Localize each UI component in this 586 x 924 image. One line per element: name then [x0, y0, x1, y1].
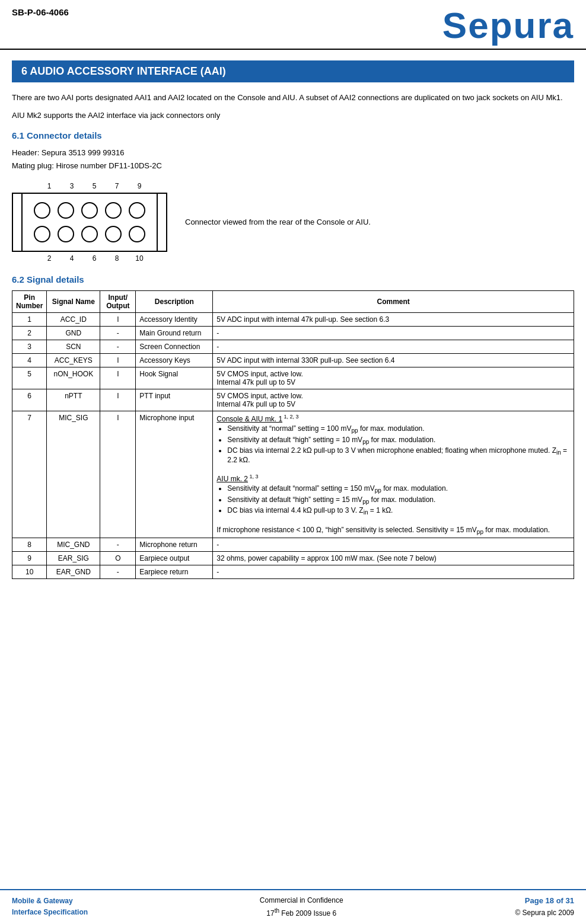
signal-name: nPTT [47, 389, 100, 411]
description: Microphone input [136, 411, 213, 538]
footer-left-line2: Interface Specification [12, 907, 88, 918]
table-row: 5 nON_HOOK I Hook Signal 5V CMOS input, … [12, 367, 574, 389]
footer-left: Mobile & Gateway Interface Specification [12, 896, 88, 918]
col-header-signal: Signal Name [47, 291, 100, 313]
connector-info: Header: Sepura 3513 999 99316 Mating plu… [12, 146, 574, 172]
footer-right: Page 18 of 31 © Sepura plc 2009 [515, 895, 574, 919]
comment: - [213, 340, 574, 354]
description: Accessory Keys [136, 354, 213, 367]
pin-label-top-3: 3 [64, 182, 79, 190]
footer-date: 17th Feb 2009 Issue 6 [260, 906, 343, 919]
pin-num: 10 [12, 565, 47, 578]
pin-num: 5 [12, 367, 47, 389]
intro-para1: There are two AAI ports designated AAI1 … [12, 92, 574, 104]
header-label: Header: Sepura 3513 999 99316 [12, 146, 574, 159]
signal-name: ACC_KEYS [47, 354, 100, 367]
comment: - [213, 327, 574, 340]
pin-label-top-7: 7 [109, 182, 125, 190]
page-header: SB-P-06-4066 Sepura [0, 0, 586, 50]
col-header-comment: Comment [213, 291, 574, 313]
io-val: I [100, 367, 136, 389]
table-row: 9 EAR_SIG O Earpiece output 32 ohms, pow… [12, 551, 574, 565]
footer-page: Page 18 of 31 [515, 895, 574, 907]
brand-name: Sepura [442, 7, 574, 44]
superscript-1: 1, 2, 3 [282, 414, 299, 420]
pin-circle-6 [81, 226, 98, 242]
comment: - [213, 565, 574, 578]
footer-left-line1: Mobile & Gateway [12, 896, 88, 907]
mic-bullet-2: Sensitivity at default “high” setting = … [227, 436, 570, 445]
io-val: I [100, 354, 136, 367]
section-title: 6 AUDIO ACCESSORY INTERFACE (AAI) [21, 65, 226, 77]
comment: - [213, 538, 574, 551]
footer-center: Commercial in Confidence 17th Feb 2009 I… [260, 895, 343, 919]
pin-circle-4 [58, 226, 74, 242]
console-aiu-label: Console & AIU mk. 1 [216, 415, 282, 423]
signal-name: MIC_GND [47, 538, 100, 551]
description: Accessory Identity [136, 313, 213, 327]
mic-bullet-4: Sensitivity at default “normal” setting … [227, 484, 570, 494]
signal-name: ACC_ID [47, 313, 100, 327]
footer-confidential: Commercial in Confidence [260, 895, 343, 906]
pin-label-top-5: 5 [87, 182, 102, 190]
signal-table: PinNumber Signal Name Input/Output Descr… [12, 290, 574, 579]
signal-name: SCN [47, 340, 100, 354]
col-header-desc: Description [136, 291, 213, 313]
table-row: 7 MIC_SIG I Microphone input Console & A… [12, 411, 574, 538]
pin-num: 8 [12, 538, 47, 551]
mic-bullet-5: Sensitivity at default “high” setting = … [227, 495, 570, 505]
table-row: 2 GND - Main Ground return - [12, 327, 574, 340]
mic-bullet-3: DC bias via internal 2.2 kΩ pull-up to 3… [227, 446, 570, 464]
pin-label-bot-4: 4 [64, 254, 79, 263]
table-row: 3 SCN - Screen Connection - [12, 340, 574, 354]
main-content: There are two AAI ports designated AAI1 … [0, 92, 586, 579]
pin-circle-3 [58, 202, 74, 219]
pin-num: 2 [12, 327, 47, 340]
pin-label-top-9: 9 [132, 182, 147, 190]
description: Earpiece return [136, 565, 213, 578]
signal-name: GND [47, 327, 100, 340]
mic-sig-comment: Console & AIU mk. 1 1, 2, 3 Sensitivity … [213, 411, 574, 538]
comment: 5V ADC input with internal 330R pull-up.… [213, 354, 574, 367]
pin-num: 7 [12, 411, 47, 538]
pin-num: 4 [12, 354, 47, 367]
signal-name: EAR_GND [47, 565, 100, 578]
signal-name: nON_HOOK [47, 367, 100, 389]
footer-copyright: © Sepura plc 2009 [515, 907, 574, 919]
col-header-pin: PinNumber [12, 291, 47, 313]
page-wrapper: SB-P-06-4066 Sepura 6 AUDIO ACCESSORY IN… [0, 0, 586, 924]
pin-circle-10 [129, 226, 145, 242]
pin-label-bot-10: 10 [132, 254, 147, 263]
pin-num: 1 [12, 313, 47, 327]
io-val: O [100, 551, 136, 565]
pin-circle-9 [129, 202, 145, 219]
superscript-2: 1, 3 [248, 474, 259, 479]
pin-circle-1 [34, 202, 50, 219]
table-row: 8 MIC_GND - Microphone return - [12, 538, 574, 551]
pin-num: 3 [12, 340, 47, 354]
pin-label-bot-2: 2 [42, 254, 57, 263]
io-val: - [100, 327, 136, 340]
mating-plug: Mating plug: Hirose number DF11-10DS-2C [12, 159, 574, 172]
pin-label-top-1: 1 [42, 182, 57, 190]
io-val: - [100, 538, 136, 551]
io-val: - [100, 565, 136, 578]
description: PTT input [136, 389, 213, 411]
io-val: I [100, 313, 136, 327]
subsection-6-2-title: 6.2 Signal details [12, 274, 574, 284]
io-val: I [100, 389, 136, 411]
description: Hook Signal [136, 367, 213, 389]
io-val: I [100, 411, 136, 538]
io-val: - [100, 340, 136, 354]
description: Microphone return [136, 538, 213, 551]
description: Main Ground return [136, 327, 213, 340]
intro-para2: AIU Mk2 supports the AAI2 interface via … [12, 110, 574, 122]
section-title-bar: 6 AUDIO ACCESSORY INTERFACE (AAI) [12, 60, 574, 82]
pin-circle-7 [105, 202, 122, 219]
mic-if-note: If microphone resistance < 100 Ω, “high”… [216, 526, 550, 534]
comment: 32 ohms, power capability = approx 100 m… [213, 551, 574, 565]
signal-name: MIC_SIG [47, 411, 100, 538]
mic-bullet-1: Sensitivity at “normal” setting = 100 mV… [227, 424, 570, 434]
pin-circle-2 [34, 226, 50, 242]
pin-label-bot-6: 6 [87, 254, 102, 263]
